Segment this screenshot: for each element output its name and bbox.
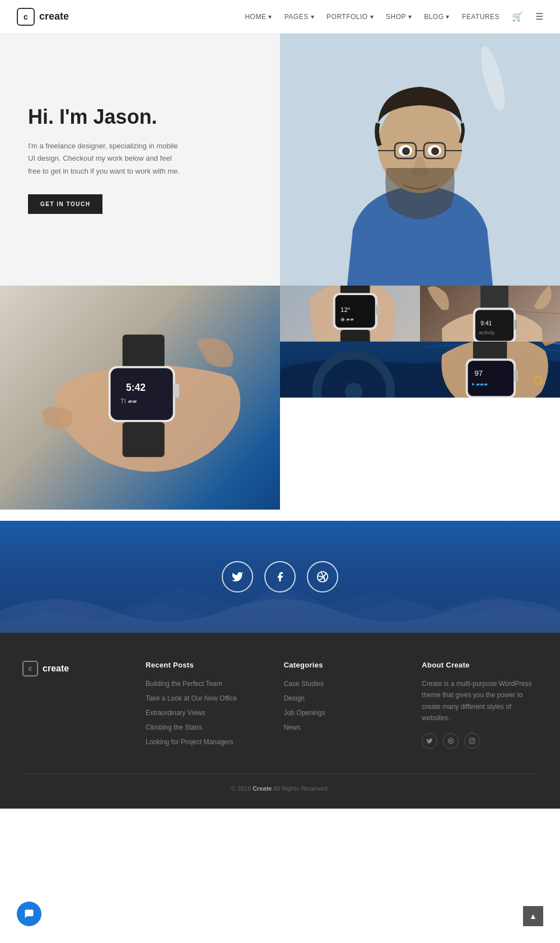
list-item: Extraordinary Views [146, 707, 262, 717]
nav-pages[interactable]: PAGES ▾ [284, 13, 314, 21]
hero-portrait [280, 34, 560, 286]
list-item: News [284, 722, 400, 732]
recent-posts-title: Recent Posts [146, 661, 262, 669]
footer-logo-col: c create [22, 661, 123, 751]
cat-link-2[interactable]: Design [284, 694, 305, 702]
post-link-5[interactable]: Looking for Project Managers [146, 738, 234, 746]
get-in-touch-button[interactable]: GET IN TOUCH [28, 194, 102, 214]
footer-about: About Create Create is a multi-purpose W… [422, 661, 538, 751]
svg-rect-44 [473, 342, 507, 361]
svg-text:activity: activity [479, 330, 495, 335]
gallery-cell-3: 97 ● ▰▰▰ [280, 342, 560, 398]
post-link-1[interactable]: Building the Perfect Team [146, 680, 222, 688]
gallery-right-grid: 12° ◉ ▰▰ [280, 286, 560, 398]
svg-text:9:41: 9:41 [480, 320, 492, 326]
gallery-main-image: 5:42 TI ▰▰ [0, 286, 280, 510]
footer-logo-text: create [43, 664, 69, 674]
svg-text:12°: 12° [340, 306, 351, 314]
footer-logo: c create [22, 661, 123, 676]
svg-rect-17 [111, 368, 173, 421]
footer-twitter-icon[interactable] [422, 733, 437, 749]
main-nav: HOME ▾ PAGES ▾ PORTFOLIO ▾ SHOP ▾ BLOG ▾… [245, 11, 543, 22]
list-item: Building the Perfect Team [146, 678, 262, 688]
svg-point-55 [471, 739, 474, 742]
svg-rect-28 [340, 330, 370, 342]
post-link-4[interactable]: Climbing the Stairs [146, 723, 202, 731]
svg-rect-29 [376, 305, 380, 315]
footer-logo-icon: c [22, 661, 38, 676]
svg-rect-54 [469, 738, 475, 744]
gallery-cell-2: 9:41 activity [420, 286, 560, 342]
svg-rect-50 [514, 370, 518, 381]
list-item: Job Openings [284, 707, 400, 717]
copyright-brand: Create [253, 785, 272, 792]
hero-text-panel: Hi. I'm Jason. I'm a freelance designer,… [0, 34, 280, 286]
hero-portrait-svg [280, 34, 560, 286]
svg-rect-46 [468, 361, 514, 396]
social-section [0, 521, 560, 633]
footer-copyright: © 2018 Create All Rights Reserved. [22, 773, 538, 792]
svg-rect-21 [174, 384, 179, 398]
recent-posts-list: Building the Perfect Team Take a Look at… [146, 678, 262, 746]
logo-text: create [39, 11, 69, 22]
hamburger-icon[interactable]: ☰ [535, 11, 543, 22]
logo-icon: c [17, 8, 35, 26]
hero-section: Hi. I'm Jason. I'm a freelance designer,… [0, 34, 560, 286]
site-header: c create HOME ▾ PAGES ▾ PORTFOLIO ▾ SHOP… [0, 0, 560, 34]
copyright-suffix: All Rights Reserved. [273, 785, 329, 792]
svg-point-11 [402, 147, 410, 155]
list-item: Design [284, 693, 400, 703]
footer-social-icons [422, 733, 538, 749]
nav-features[interactable]: FEATURES [462, 13, 500, 21]
hero-heading: Hi. I'm Jason. [28, 105, 252, 129]
hero-description: I'm a freelance designer, specializing i… [28, 140, 185, 177]
cat-link-4[interactable]: News [284, 723, 301, 731]
footer-instagram-icon[interactable] [464, 733, 480, 749]
nav-shop[interactable]: SHOP ▾ [386, 13, 412, 21]
svg-text:5:42: 5:42 [126, 382, 146, 393]
list-item: Case Studies [284, 678, 400, 688]
nav-portfolio[interactable]: PORTFOLIO ▾ [326, 13, 374, 21]
cat-link-1[interactable]: Case Studies [284, 680, 324, 688]
cat-link-3[interactable]: Job Openings [284, 709, 325, 717]
footer-grid: c create Recent Posts Building the Perfe… [22, 661, 538, 751]
copyright-year: © 2018 [231, 785, 251, 792]
svg-point-12 [431, 147, 439, 155]
gallery-cell-1: 12° ◉ ▰▰ [280, 286, 420, 342]
about-title: About Create [422, 661, 538, 669]
categories-list: Case Studies Design Job Openings News [284, 678, 400, 732]
nav-blog[interactable]: BLOG ▾ [424, 13, 450, 21]
svg-text:TI ▰▰: TI ▰▰ [120, 398, 137, 404]
svg-text:97: 97 [474, 369, 483, 377]
svg-text:● ▰▰▰: ● ▰▰▰ [472, 381, 488, 387]
list-item: Climbing the Stairs [146, 722, 262, 732]
post-link-3[interactable]: Extraordinary Views [146, 709, 206, 717]
svg-rect-34 [480, 286, 508, 310]
footer-recent-posts: Recent Posts Building the Perfect Team T… [146, 661, 262, 751]
list-item: Looking for Project Managers [146, 736, 262, 746]
categories-title: Categories [284, 661, 400, 669]
gallery-watch-large-svg: 5:42 TI ▰▰ [0, 286, 280, 510]
footer-dribbble-icon[interactable] [443, 733, 459, 749]
list-item: Take a Look at Our New Office [146, 693, 262, 703]
svg-rect-20 [123, 422, 165, 458]
site-footer: c create Recent Posts Building the Perfe… [0, 633, 560, 809]
post-link-2[interactable]: Take a Look at Our New Office [146, 694, 237, 702]
gallery-section: 5:42 TI ▰▰ [0, 286, 560, 521]
about-description: Create is a multi-purpose WordPress them… [422, 678, 538, 724]
svg-text:◉ ▰▰: ◉ ▰▰ [340, 316, 354, 322]
cart-icon[interactable]: 🛒 [512, 11, 523, 22]
svg-rect-15 [123, 335, 165, 370]
footer-categories: Categories Case Studies Design Job Openi… [284, 661, 400, 751]
svg-rect-40 [514, 320, 517, 330]
nav-home[interactable]: HOME ▾ [245, 13, 272, 21]
site-logo[interactable]: c create [17, 8, 69, 26]
svg-point-56 [474, 739, 474, 739]
